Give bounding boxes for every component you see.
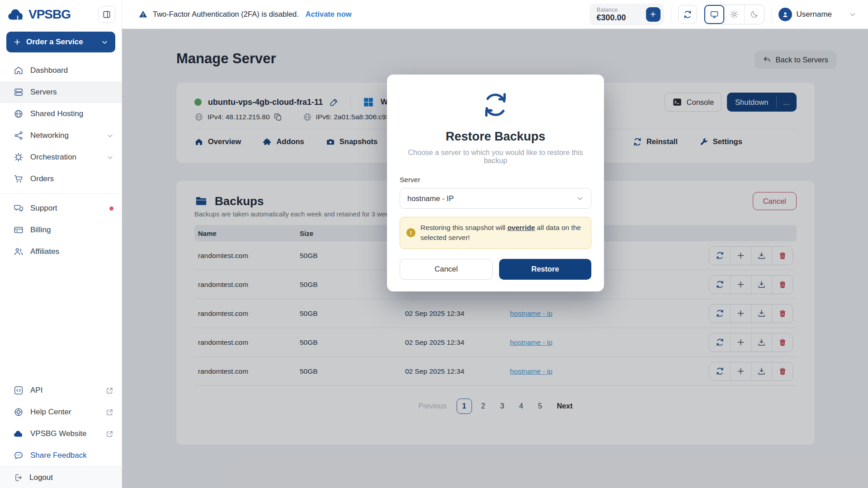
sidebar-item-affiliates[interactable]: Affiliates [0,241,122,263]
two-factor-banner: Two-Factor Authentication (2FA) is disab… [138,9,352,19]
api-code-icon [14,385,24,395]
topbar: Two-Factor Authentication (2FA) is disab… [122,0,868,29]
balance-label: Balance [597,6,626,13]
sun-icon [730,10,739,19]
sidebar: VPSBG Order a Service Dashboard [0,0,122,488]
banner-text: Two-Factor Authentication (2FA) is disab… [153,10,299,19]
server-select-label: Server [400,176,591,184]
sidebar-item-share-feedback[interactable]: Share Feedback [0,445,122,466]
sidebar-item-networking[interactable]: Networking [0,125,122,146]
warning-text: Restoring this snapshot will override al… [420,223,585,243]
cart-icon [14,174,24,184]
refresh-button[interactable] [678,5,697,24]
sidebar-item-logout[interactable]: Logout [0,466,122,488]
support-chat-icon [14,203,24,213]
override-warning: ! Restoring this snapshot will override … [400,217,591,249]
sidebar-collapse-button[interactable] [98,6,115,23]
add-funds-button[interactable] [646,7,660,22]
sidebar-item-label: Orchestration [30,153,76,162]
moon-icon [750,10,759,19]
chevron-down-icon [107,154,113,161]
sidebar-divider [0,193,122,194]
chevron-down-icon [849,11,856,18]
sidebar-item-billing[interactable]: Billing [0,219,122,241]
order-button-label: Order a Service [26,38,83,47]
user-avatar-icon [778,8,792,21]
cloud-logo-icon [7,8,25,21]
theme-dark-button[interactable] [744,5,764,24]
network-icon [14,131,24,141]
restore-backups-modal: Restore Backups Choose a server to which… [387,75,604,291]
support-notification-dot [109,206,113,211]
theme-system-button[interactable] [704,5,724,24]
lifebuoy-icon [14,407,24,417]
topbar-divider [671,8,671,21]
plus-icon [650,11,656,18]
theme-light-button[interactable] [724,5,744,24]
sidebar-item-label: Orders [30,174,54,183]
sidebar-item-servers[interactable]: Servers [0,81,122,103]
plus-icon [14,38,21,46]
sidebar-item-label: VPSBG Website [30,429,86,438]
sidebar-item-label: Shared Hosting [30,109,83,118]
main-content: Manage Server Back to Servers ubuntu-vps… [122,29,868,488]
sidebar-item-support[interactable]: Support [0,197,122,219]
logout-label: Logout [29,473,53,482]
sidebar-item-label: Share Feedback [30,451,87,460]
sidebar-item-shared-hosting[interactable]: Shared Hosting [0,103,122,125]
logout-icon [14,473,23,482]
sidebar-item-help-center[interactable]: Help Center [0,401,122,423]
gear-icon [14,152,24,162]
sidebar-item-label: Affiliates [30,247,59,256]
modal-restore-button[interactable]: Restore [499,259,591,280]
home-icon [14,66,24,75]
sidebar-item-label: Billing [30,225,51,235]
affiliates-users-icon [14,247,24,257]
sidebar-item-label: Dashboard [30,66,68,75]
sidebar-item-label: Support [30,204,57,213]
modal-title: Restore Backups [400,130,591,144]
sidebar-item-orders[interactable]: Orders [0,168,122,190]
restore-refresh-icon [481,91,509,119]
chevron-down-icon [576,195,584,202]
server-select[interactable]: hostname - IP [400,188,591,209]
vpsbg-logo: VPSBG [7,7,71,22]
sidebar-item-label: Servers [30,88,57,97]
order-a-service-button[interactable]: Order a Service [6,32,115,52]
activate-now-link[interactable]: Activate now [306,10,352,19]
logo-text: VPSBG [28,7,71,22]
balance-value: €300.00 [597,13,626,23]
external-link-icon [106,387,113,394]
sidebar-nav: Dashboard Servers Shared Hosting [0,60,122,466]
billing-card-icon [14,225,24,235]
sidebar-item-dashboard[interactable]: Dashboard [0,60,122,81]
external-link-icon [106,430,113,438]
user-menu[interactable]: Username [778,8,856,21]
feedback-bubble-icon [14,450,24,460]
balance-card: Balance €300.00 [590,4,664,25]
sidebar-item-label: API [30,386,42,395]
sidebar-collapse-icon [102,10,111,19]
external-link-icon [106,408,113,416]
modal-subtitle: Choose a server to which you would like … [400,149,591,165]
sidebar-item-api[interactable]: API [0,380,122,401]
sidebar-item-orchestration[interactable]: Orchestration [0,146,122,168]
chevron-down-icon [107,132,113,139]
globe-icon [14,109,24,119]
sidebar-item-vpsbg-website[interactable]: VPSBG Website [0,423,122,445]
chevron-down-icon [101,39,108,46]
username-label: Username [797,10,832,19]
server-icon [14,87,24,97]
modal-cancel-button[interactable]: Cancel [400,259,493,280]
cloud-icon [14,429,24,439]
theme-switcher [704,5,764,24]
warning-triangle-icon [138,9,148,19]
sidebar-item-label: Networking [30,131,69,140]
refresh-icon [683,10,692,19]
sidebar-item-label: Help Center [30,408,71,417]
topbar-divider [771,8,772,21]
server-select-value: hostname - IP [407,194,454,203]
warning-circle-icon: ! [406,228,415,237]
monitor-icon [710,10,719,19]
